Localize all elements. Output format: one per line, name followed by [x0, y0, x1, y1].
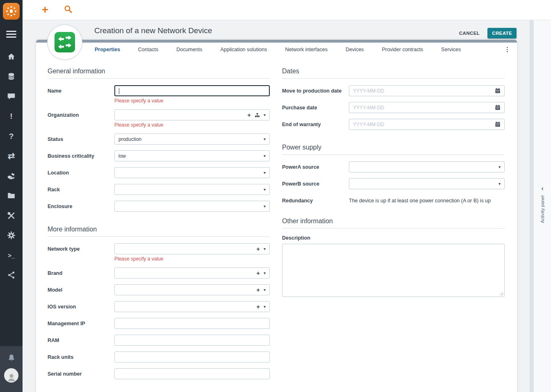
- add-icon[interactable]: +: [247, 112, 251, 118]
- tab-documents[interactable]: Documents: [176, 47, 202, 52]
- powerb-source-select[interactable]: ▾: [349, 178, 505, 189]
- tab-contacts[interactable]: Contacts: [138, 47, 158, 52]
- tab-application-solutions[interactable]: Application solutions: [220, 47, 267, 52]
- field-main: YYYY-MM-DD: [349, 85, 505, 96]
- global-search-button[interactable]: [63, 5, 73, 15]
- menu-toggle-button[interactable]: [6, 31, 16, 38]
- section-title: Power supply: [282, 144, 505, 155]
- sidebar-item-change-management[interactable]: ⇄: [0, 146, 23, 166]
- caret-down-icon[interactable]: ▾: [264, 113, 266, 117]
- caret-down-icon[interactable]: ▾: [499, 182, 501, 186]
- tab-devices[interactable]: Devices: [346, 47, 364, 52]
- field-main: +▾: [114, 301, 270, 312]
- tab-services[interactable]: Services: [441, 47, 461, 52]
- field-status: Statusproduction▾: [48, 134, 270, 145]
- add-icon[interactable]: +: [256, 304, 260, 310]
- page-scrollbar[interactable]: [530, 20, 533, 392]
- management-ip-input[interactable]: [114, 318, 270, 329]
- field-description: Description: [282, 235, 505, 297]
- sidebar-item-configuration-management[interactable]: [0, 186, 23, 206]
- field-rack-units: Rack units: [48, 351, 270, 363]
- sidebar-item-home[interactable]: [0, 47, 23, 67]
- object-creation-panel: PropertiesContactsDocumentsApplication s…: [36, 40, 517, 392]
- sidebar-bottom: [0, 346, 23, 392]
- caret-down-icon[interactable]: ▾: [264, 137, 266, 141]
- hierarchy-icon[interactable]: [255, 113, 260, 118]
- sidebar-item-data-sources[interactable]: [0, 265, 23, 286]
- model-select[interactable]: +▾: [114, 284, 270, 295]
- organization-select[interactable]: +▾: [114, 109, 270, 120]
- create-button[interactable]: CREATE: [487, 28, 517, 39]
- activity-panel-toggle[interactable]: ‹ Activity panel: [533, 20, 551, 392]
- status-select[interactable]: production▾: [114, 134, 270, 145]
- itop-logo[interactable]: [3, 3, 20, 20]
- addons: +▾: [256, 246, 266, 252]
- sidebar-item-data-tools[interactable]: [0, 206, 23, 226]
- caret-down-icon[interactable]: ▾: [264, 247, 266, 251]
- location-select[interactable]: ▾: [114, 167, 270, 178]
- rack-units-input[interactable]: [114, 351, 270, 363]
- tab-properties[interactable]: Properties: [95, 47, 120, 52]
- field-main: +▾: [114, 284, 270, 295]
- tab-provider-contracts[interactable]: Provider contracts: [382, 47, 423, 52]
- sidebar-item-service-management[interactable]: [0, 166, 23, 186]
- caret-down-icon[interactable]: ▾: [264, 271, 266, 275]
- calendar-icon[interactable]: [495, 88, 501, 94]
- add-icon[interactable]: +: [256, 287, 260, 293]
- calendar-icon[interactable]: [495, 121, 501, 127]
- add-icon[interactable]: +: [256, 270, 260, 276]
- caret-down-icon[interactable]: ▾: [264, 288, 266, 292]
- sidebar-user-menu[interactable]: [4, 368, 18, 383]
- kebab-menu-icon[interactable]: ⋮: [504, 46, 517, 53]
- caret-down-icon[interactable]: ▾: [264, 188, 266, 192]
- enclosure-select[interactable]: ▾: [114, 201, 270, 212]
- caret-down-icon[interactable]: ▾: [264, 305, 266, 309]
- serial-number-input[interactable]: [114, 368, 270, 379]
- add-icon[interactable]: +: [256, 246, 260, 252]
- addons: ▾: [499, 165, 501, 169]
- field-enclosure: Enclosure▾: [48, 201, 270, 212]
- sidebar-item-problem-management[interactable]: ?: [0, 126, 23, 146]
- rack-select[interactable]: ▾: [114, 184, 270, 195]
- network-type-select[interactable]: +▾: [114, 243, 270, 254]
- addons: ▾: [499, 182, 501, 186]
- purchase-date-date-input[interactable]: YYYY-MM-DD: [349, 102, 505, 113]
- move-to-production-date-date-input[interactable]: YYYY-MM-DD: [349, 85, 505, 96]
- field-label: Name: [48, 85, 114, 104]
- field-main: YYYY-MM-DD: [349, 102, 505, 113]
- ios-version-select[interactable]: +▾: [114, 301, 270, 312]
- sidebar-item-data-administration[interactable]: [0, 67, 23, 87]
- section-general-information: General informationNamePlease specify a …: [48, 68, 270, 212]
- new-object-button[interactable]: +: [40, 4, 50, 16]
- addons: ▾: [264, 154, 266, 158]
- sidebar-item-incident-management[interactable]: !: [0, 106, 23, 127]
- field-main: production▾: [114, 134, 270, 145]
- sidebar-item-admin-tools[interactable]: [0, 226, 23, 246]
- field-label: PowerA source: [282, 161, 349, 172]
- ram-input[interactable]: [114, 335, 270, 346]
- field-location: Location▾: [48, 167, 270, 178]
- cancel-button[interactable]: CANCEL: [457, 28, 482, 38]
- date-placeholder: YYYY-MM-DD: [353, 105, 495, 111]
- section-title: More information: [48, 226, 270, 237]
- description-textarea[interactable]: [282, 244, 505, 297]
- caret-down-icon[interactable]: ▾: [264, 154, 266, 158]
- sidebar-item-helpdesk[interactable]: [0, 86, 23, 106]
- caret-down-icon[interactable]: ▾: [264, 171, 266, 175]
- caret-down-icon[interactable]: ▾: [499, 165, 501, 169]
- end-of-warranty-date-input[interactable]: YYYY-MM-DD: [349, 119, 505, 130]
- resize-handle[interactable]: [499, 292, 503, 295]
- field-main: ▾: [114, 184, 270, 195]
- business-criticality-select[interactable]: low▾: [114, 150, 270, 161]
- name-input[interactable]: [114, 85, 270, 96]
- sidebar-notifications[interactable]: [7, 353, 16, 363]
- sidebar-item-oql-console[interactable]: >_: [0, 245, 23, 265]
- brand-select[interactable]: +▾: [114, 267, 270, 279]
- tab-network-interfaces[interactable]: Network interfaces: [285, 47, 328, 52]
- field-label: Organization: [48, 109, 114, 128]
- field-main: [114, 368, 270, 379]
- addons: ▾: [264, 171, 266, 175]
- caret-down-icon[interactable]: ▾: [264, 204, 266, 208]
- powera-source-select[interactable]: ▾: [349, 161, 505, 172]
- calendar-icon[interactable]: [495, 104, 501, 111]
